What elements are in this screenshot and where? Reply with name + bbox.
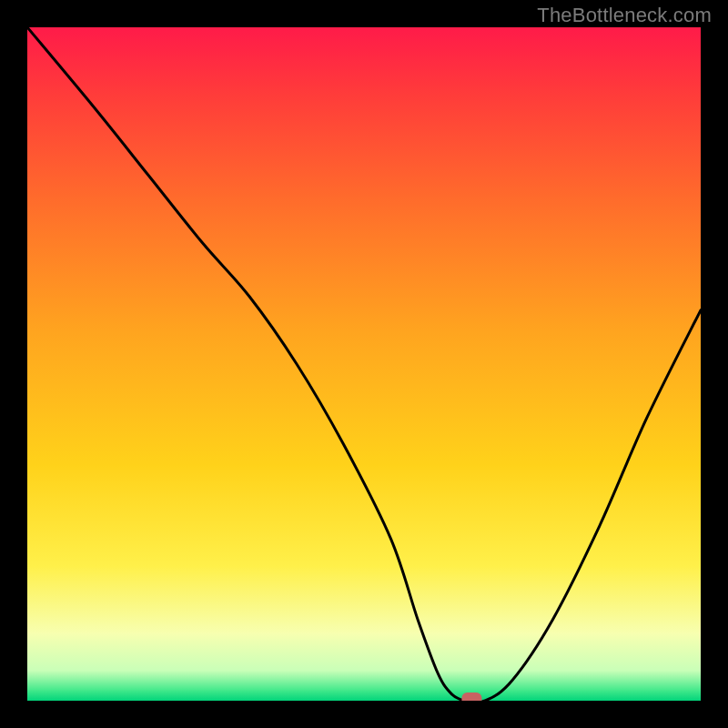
chart-svg xyxy=(27,27,701,701)
gradient-band xyxy=(27,691,701,701)
gradient-band xyxy=(27,330,701,466)
watermark-text: TheBottleneck.com xyxy=(537,4,712,27)
gradient-band xyxy=(27,671,701,692)
min-marker xyxy=(461,693,481,701)
gradient-band xyxy=(27,95,701,197)
gradient-band xyxy=(27,566,701,634)
gradient-band xyxy=(27,633,701,671)
chart-frame: TheBottleneck.com xyxy=(0,0,728,728)
gradient-band xyxy=(27,196,701,331)
gradient-band xyxy=(27,27,701,96)
plot-area xyxy=(27,27,701,701)
